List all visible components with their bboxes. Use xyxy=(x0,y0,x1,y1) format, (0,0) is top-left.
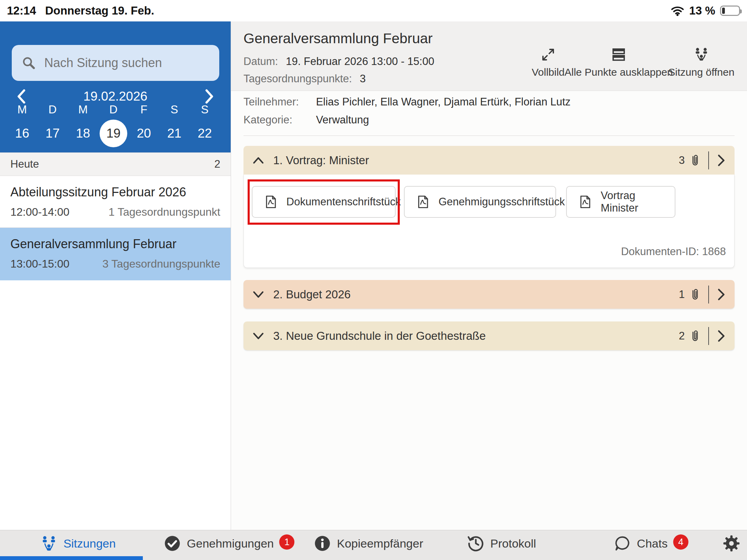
chevron-down-icon[interactable] xyxy=(252,332,264,340)
paperclip-icon xyxy=(690,288,700,301)
weekday-row: M D M D F S S xyxy=(7,103,220,116)
pdf-icon xyxy=(578,195,592,209)
open-meeting-button[interactable]: Sitzung öffnen xyxy=(639,46,747,78)
history-clock-icon xyxy=(467,534,485,552)
search-input[interactable] xyxy=(44,55,210,71)
meeting-title: Generalversammlung Februar xyxy=(10,228,220,251)
today-header: Heute 2 xyxy=(0,152,231,176)
document-label: Vortrag Minister xyxy=(601,189,664,214)
tab-badge: 4 xyxy=(673,534,688,550)
calendar-day[interactable]: 17 xyxy=(37,119,68,148)
chevron-right-icon[interactable] xyxy=(717,154,726,167)
document-label: Dokumentenschriftstück xyxy=(286,196,401,208)
category-value: Verwaltung xyxy=(316,114,369,126)
tab-chats[interactable]: Chats 4 xyxy=(614,530,673,557)
tab-label: Chats xyxy=(637,537,668,550)
app-screen: 12:14 Donnerstag 19. Feb. 13 % xyxy=(0,0,747,560)
sidebar: 19.02.2026 M D M D F S S 16 17 18 xyxy=(0,21,231,530)
chevron-right-icon[interactable] xyxy=(717,330,726,342)
calendar-day[interactable]: 22 xyxy=(190,119,220,148)
search-icon xyxy=(21,56,36,70)
active-tab-indicator xyxy=(0,556,143,560)
meeting-title: Abteilungssitzung Februar 2026 xyxy=(10,176,220,199)
main-content: Generalversammlung Februar Datum: 19. Fe… xyxy=(231,21,747,530)
meeting-time: 13:00-15:00 xyxy=(10,258,70,270)
agenda-count-value: 3 xyxy=(360,73,366,85)
meeting-agenda-count: 3 Tagesordnungspunkte xyxy=(102,258,220,270)
calendar-next-button[interactable] xyxy=(202,88,218,104)
calendar-prev-button[interactable] xyxy=(13,88,29,104)
participants-value: Elias Pichler, Ella Wagner, Djamal Ertür… xyxy=(316,96,571,108)
today-label: Heute xyxy=(10,158,39,170)
wifi-icon xyxy=(671,5,684,16)
document-id: Dokumenten-ID: 1868 xyxy=(621,245,726,258)
tab-label: Genehmigungen xyxy=(187,537,274,550)
weekday-label: M xyxy=(68,103,98,116)
weekday-label: S xyxy=(190,103,220,116)
weekday-label: M xyxy=(7,103,37,116)
page-title: Generalversammlung Februar xyxy=(243,30,433,47)
agenda-item-title: 3. Neue Grundschule in der Goethestraße xyxy=(273,329,670,343)
meeting-time: 12:00-14:00 xyxy=(10,206,70,218)
participants-label: Teilnehmer: xyxy=(243,96,313,108)
meeting-agenda-count: 1 Tagesordnungspunkt xyxy=(109,206,220,218)
participants-row: Teilnehmer: Elias Pichler, Ella Wagner, … xyxy=(243,96,571,108)
tab-label: Sitzungen xyxy=(63,537,116,550)
tab-bar: Sitzungen Genehmigungen 1 Kopieempfänger xyxy=(0,530,747,560)
divider-line xyxy=(708,286,709,304)
tab-genehmigungen[interactable]: Genehmigungen 1 xyxy=(163,530,279,557)
meeting-list-item-selected[interactable]: Generalversammlung Februar 13:00-15:00 3… xyxy=(0,228,231,280)
tab-sitzungen[interactable]: Sitzungen xyxy=(40,530,116,557)
document-button-dokumentenschriftstueck[interactable]: Dokumentenschriftstück xyxy=(252,186,396,218)
datum-label: Datum: xyxy=(243,55,278,67)
meetings-network-icon xyxy=(40,534,58,552)
weekday-label: S xyxy=(159,103,190,116)
chevron-up-icon[interactable] xyxy=(252,156,264,165)
tab-protokoll[interactable]: Protokoll xyxy=(467,530,536,557)
battery-icon xyxy=(720,6,740,16)
weekday-label: D xyxy=(37,103,68,116)
document-button-genehmigungsschriftstueck[interactable]: Genehmigungsschriftstück xyxy=(404,186,556,218)
agenda-item-1-body: Dokumentenschriftstück Genehmigungsschri… xyxy=(243,175,735,268)
paperclip-icon xyxy=(690,329,700,343)
status-time: 12:14 xyxy=(7,4,36,17)
calendar-day[interactable]: 21 xyxy=(159,119,190,148)
calendar-day[interactable]: 20 xyxy=(129,119,159,148)
day-row: 16 17 18 19 20 21 22 xyxy=(7,119,220,148)
attachment-count: 2 xyxy=(679,330,685,342)
weekday-label: F xyxy=(129,103,159,116)
agenda-item-title: 1. Vortrag: Minister xyxy=(273,154,670,167)
agenda-item-3-header[interactable]: 3. Neue Grundschule in der Goethestraße … xyxy=(243,321,735,350)
calendar-day[interactable]: 18 xyxy=(68,119,98,148)
tab-kopieempfaenger[interactable]: Kopieempfänger xyxy=(313,530,423,557)
category-label: Kategorie: xyxy=(243,114,313,126)
chat-bubble-icon xyxy=(614,534,631,552)
calendar-current-date: 19.02.2026 xyxy=(0,89,231,104)
chevron-down-icon[interactable] xyxy=(252,290,264,299)
datum-value: 19. Februar 2026 13:00 - 15:00 xyxy=(286,55,434,67)
calendar-day[interactable]: 16 xyxy=(7,119,37,148)
pdf-icon xyxy=(416,195,430,209)
status-date: Donnerstag 19. Feb. xyxy=(45,4,154,17)
search-box[interactable] xyxy=(12,45,219,81)
agenda-item-1-header[interactable]: 1. Vortrag: Minister 3 xyxy=(243,146,735,175)
today-count: 2 xyxy=(214,158,220,170)
tab-badge: 1 xyxy=(279,534,295,550)
meeting-network-icon xyxy=(693,46,710,63)
attachment-count: 1 xyxy=(679,288,685,301)
pdf-icon xyxy=(264,195,278,209)
weekday-label: D xyxy=(98,103,129,116)
calendar-nav: 19.02.2026 xyxy=(0,88,231,105)
agenda-count-label: Tagesordnungspunkte: xyxy=(243,73,352,85)
divider-line xyxy=(708,327,709,345)
calendar-section: 19.02.2026 M D M D F S S 16 17 18 xyxy=(0,21,231,152)
agenda-item-2-header[interactable]: 2. Budget 2026 1 xyxy=(243,280,735,309)
tab-label: Protokoll xyxy=(490,537,536,550)
paperclip-icon xyxy=(690,153,700,167)
document-button-vortrag-minister[interactable]: Vortrag Minister xyxy=(566,186,675,218)
battery-percent: 13 % xyxy=(689,4,715,17)
settings-gear-icon[interactable] xyxy=(722,534,741,553)
calendar-day-selected[interactable]: 19 xyxy=(98,119,129,148)
meeting-list-item[interactable]: Abteilungssitzung Februar 2026 12:00-14:… xyxy=(0,176,231,228)
chevron-right-icon[interactable] xyxy=(717,288,726,301)
